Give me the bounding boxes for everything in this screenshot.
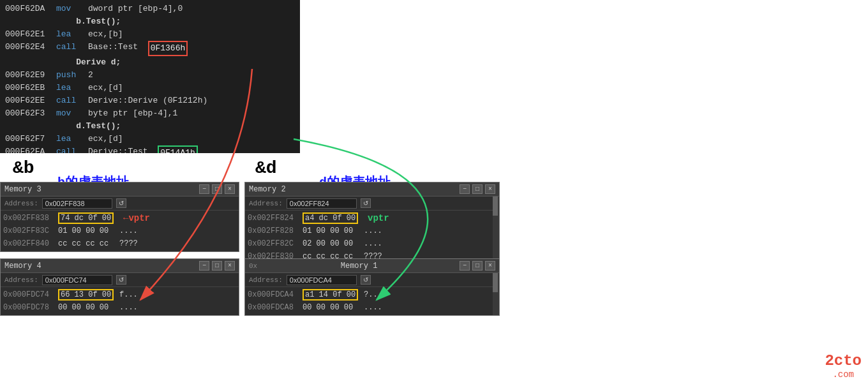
memory4-row2: 0x000FDC78 00 00 00 00 ....	[3, 301, 236, 314]
memory3-addrbar: Address: ↺	[1, 197, 239, 211]
annotation-b: &b	[13, 158, 34, 178]
code-line: 000F62E1 lea ecx,[b]	[5, 28, 295, 41]
memory2-addrbar: Address: ↺	[245, 197, 499, 211]
code-line: 000F62E4 call Base::Test 0F1366h	[5, 41, 295, 56]
memory3-address-input[interactable]	[42, 198, 112, 209]
memory3-title: Memory 3	[4, 185, 41, 194]
memory4-addrbar: Address: ↺	[1, 273, 239, 287]
memory3-box[interactable]: □	[212, 184, 222, 194]
memory3-close[interactable]: ×	[225, 184, 235, 194]
watermark-2cto: 2cto	[825, 352, 862, 369]
memory2-refresh[interactable]: ↺	[361, 198, 371, 208]
memory3-vptr-bytes: 74 dc 0f 00	[58, 212, 114, 224]
memory4-title: Memory 4	[4, 262, 41, 271]
memory2-pin[interactable]: −	[460, 184, 470, 194]
memory1-vptr-bytes: a1 14 0f 00	[303, 289, 358, 301]
memory4-close[interactable]: ×	[225, 261, 235, 271]
memory1-address-input[interactable]	[287, 275, 357, 285]
code-line: 000F62E9 push 2	[5, 69, 295, 82]
memory1-pin[interactable]: −	[460, 261, 470, 271]
memory1-row2: 0x000FDCA8 00 00 00 00 ....	[248, 301, 497, 314]
code-line: 000F62F3 mov byte ptr [ebp-4],1	[5, 107, 295, 120]
memory3-row1: 0x002FF838 74 dc 0f 00 ←vptr	[3, 212, 236, 225]
memory1-close[interactable]: ×	[485, 261, 495, 271]
code-line: Derive d;	[5, 56, 295, 69]
memory2-titlebar: Memory 2 − □ ×	[245, 182, 499, 197]
memory1-titlebar: 0x Memory 1 − □ ×	[245, 259, 499, 273]
memory4-pin[interactable]: −	[199, 261, 209, 271]
memory2-controls[interactable]: − □ ×	[460, 184, 495, 194]
memory4-titlebar: Memory 4 − □ ×	[1, 259, 239, 273]
memory4-vptr-bytes: 66 13 0f 00	[58, 289, 114, 301]
memory4-address-input[interactable]	[42, 275, 112, 285]
memory2-vptr-bytes: a4 dc 0f 00	[303, 212, 358, 224]
memory3-controls[interactable]: − □ ×	[199, 184, 235, 194]
green-box-0f14a1: 0F14A1h	[158, 145, 198, 153]
memory4-controls[interactable]: − □ ×	[199, 261, 235, 271]
memory4-row1: 0x000FDC74 66 13 0f 00 f...	[3, 288, 236, 301]
code-line: b.Test();	[5, 15, 295, 28]
memory2-scrollbar[interactable]	[493, 197, 499, 264]
memory1-content: 0x000FDCA4 a1 14 0f 00 ?... 0x000FDCA8 0…	[245, 287, 499, 315]
memory3-window: Memory 3 − □ × Address: ↺ 0x002FF838 74 …	[0, 182, 239, 252]
code-line: 000F62EE call Derive::Derive (0F1212h)	[5, 94, 295, 107]
memory4-window: Memory 4 − □ × Address: ↺ 0x000FDC74 66 …	[0, 258, 239, 316]
code-line: 000F62FA call Derive::Test 0F14A1h	[5, 145, 295, 153]
code-line: 000F62DA mov dword ptr [ebp-4],0	[5, 3, 295, 15]
memory1-scrollbar[interactable]	[493, 273, 499, 315]
memory1-refresh[interactable]: ↺	[361, 275, 371, 285]
memory3-row3: 0x002FF840 cc cc cc cc ????	[3, 237, 236, 250]
memory4-box[interactable]: □	[212, 261, 222, 271]
memory3-refresh[interactable]: ↺	[116, 198, 126, 208]
memory2-close[interactable]: ×	[485, 184, 495, 194]
code-panel: 000F62DA mov dword ptr [ebp-4],0 b.Test(…	[0, 0, 300, 153]
memory2-row1: 0x002FF824 a4 dc 0f 00 vptr	[248, 212, 497, 225]
memory1-controls[interactable]: − □ ×	[460, 261, 495, 271]
memory2-title: Memory 2	[249, 185, 286, 194]
memory1-title: Memory 1	[341, 262, 378, 271]
memory3-titlebar: Memory 3 − □ ×	[1, 182, 239, 197]
memory2-box[interactable]: □	[472, 184, 483, 194]
watermark: 2cto .com	[825, 352, 862, 380]
memory1-row1: 0x000FDCA4 a1 14 0f 00 ?...	[248, 288, 497, 301]
watermark-com: .com	[825, 369, 862, 380]
code-line: 000F62EB lea ecx,[d]	[5, 82, 295, 94]
memory2-row2: 0x002FF828 01 00 00 00 ....	[248, 225, 497, 237]
memory1-addrbar: Address: ↺	[245, 273, 499, 287]
memory3-content: 0x002FF838 74 dc 0f 00 ←vptr 0x002FF83C …	[1, 211, 239, 251]
memory3-pin[interactable]: −	[199, 184, 209, 194]
memory2-row3: 0x002FF82C 02 00 00 00 ....	[248, 237, 497, 250]
memory2-address-input[interactable]	[287, 198, 357, 209]
memory1-window: 0x Memory 1 − □ × Address: ↺ 0x000FDCA4 …	[244, 258, 500, 316]
memory2-window: Memory 2 − □ × Address: ↺ 0x002FF824 a4 …	[244, 182, 500, 265]
code-line: d.Test();	[5, 120, 295, 133]
code-line: 000F62F7 lea ecx,[d]	[5, 133, 295, 145]
annotation-d: &d	[255, 158, 277, 178]
memory3-row2: 0x002FF83C 01 00 00 00 ....	[3, 225, 236, 237]
memory2-content: 0x002FF824 a4 dc 0f 00 vptr 0x002FF828 0…	[245, 211, 499, 264]
red-box-0f1366: 0F1366h	[148, 41, 188, 56]
memory4-content: 0x000FDC74 66 13 0f 00 f... 0x000FDC78 0…	[1, 287, 239, 315]
memory1-box[interactable]: □	[472, 261, 483, 271]
memory4-refresh[interactable]: ↺	[116, 275, 126, 285]
